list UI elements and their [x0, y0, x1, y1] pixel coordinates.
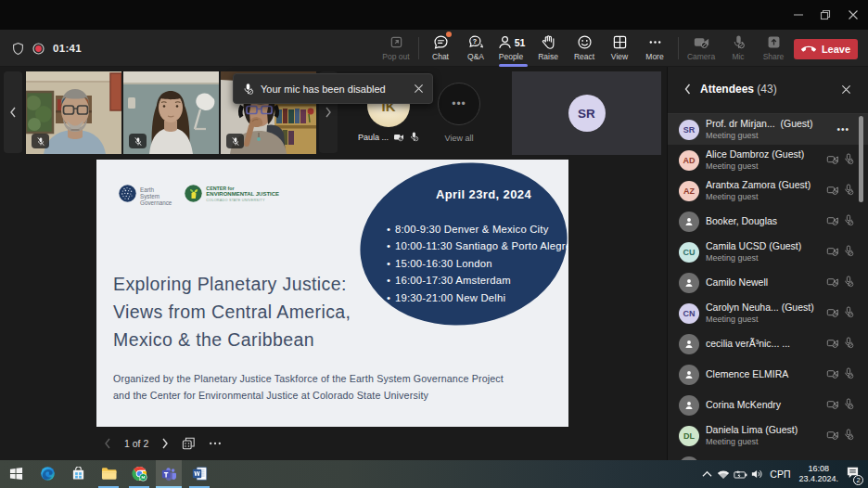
attendee-camera-off-icon: [826, 183, 839, 199]
attendee-row[interactable]: CNCarolyn Neuha... (Guest)Meeting guest: [668, 298, 868, 328]
panel-close-icon[interactable]: [841, 84, 851, 95]
taskbar-chrome-icon[interactable]: [126, 460, 152, 486]
attendee-camera-off-icon: [826, 366, 839, 383]
share-button[interactable]: Share: [755, 32, 792, 65]
taskbar-word-icon[interactable]: [186, 460, 212, 486]
qa-button[interactable]: ? Q&A: [457, 32, 494, 65]
taskbar-explorer-icon[interactable]: [96, 460, 121, 486]
taskbar-store-icon[interactable]: [65, 460, 91, 486]
slide-schedule: •8:00-9:30 Denver & Mexico City•10:00-11…: [387, 221, 568, 306]
attendee-row[interactable]: AZArantxa Zamora (Guest)Meeting guest: [668, 175, 868, 206]
tray-chevron-up-icon[interactable]: [702, 470, 712, 478]
toolbar-separator: [678, 37, 679, 59]
slide-schedule-item: •19:30-21:00 New Delhi: [387, 289, 568, 306]
attendee-row[interactable]: Camilo Newell: [668, 267, 868, 298]
attendee-row[interactable]: SRProf. dr Mirjan... (Guest)Meeting gues…: [668, 114, 868, 145]
video-tile-2[interactable]: [123, 71, 219, 154]
close-button[interactable]: [832, 0, 868, 30]
more-button[interactable]: More: [636, 32, 673, 65]
panel-scrollbar[interactable]: [859, 116, 863, 202]
paula-name: Paula ...: [358, 133, 389, 142]
tray-battery-icon[interactable]: [734, 469, 747, 480]
qa-icon: ?: [468, 33, 484, 51]
toolbar-separator: [418, 37, 419, 59]
tray-clock[interactable]: 16:08 23.4.2024.: [798, 464, 838, 484]
attendees-panel: Attendees (43) SRProf. dr Mirjan... (Gue…: [667, 67, 868, 460]
restore-icon: [820, 9, 831, 20]
strip-prev-button[interactable]: [4, 71, 22, 153]
people-button[interactable]: 51 People: [492, 32, 530, 65]
attendee-row[interactable]: DLDaniela Lima (Guest)Meeting guest: [668, 420, 868, 451]
spotlight-tile[interactable]: SR: [512, 71, 661, 155]
attendee-mic-off-icon: [843, 275, 854, 291]
attendee-role: Meeting guest: [706, 253, 759, 263]
mic-button[interactable]: Mic: [720, 32, 757, 65]
slide-schedule-item: •10:00-11:30 Santiago & Porto Alegre: [387, 238, 568, 254]
popout-button[interactable]: Pop out: [377, 32, 415, 65]
slide-schedule-item: •8:00-9:30 Denver & Mexico City: [387, 221, 568, 238]
view-button[interactable]: View: [601, 32, 638, 65]
view-all-label: View all: [445, 134, 474, 143]
view-all-ellipsis-icon: •••: [438, 83, 480, 125]
attendee-camera-off-icon: [826, 213, 839, 230]
video-tile-1[interactable]: [26, 71, 121, 154]
tray-language[interactable]: СРП: [770, 469, 790, 480]
paula-camera-off-icon: [393, 133, 404, 142]
slide-controls: 1 of 2: [104, 432, 222, 455]
attendee-name: Alice Dambroz (Guest): [706, 148, 831, 160]
attendee-row[interactable]: Booker, Douglas: [668, 206, 868, 237]
leave-button[interactable]: Leave: [794, 39, 858, 59]
popout-icon: [389, 33, 403, 51]
tile-mic-muted-badge: [32, 134, 49, 148]
attendee-row[interactable]: Corina McKendry: [668, 390, 868, 420]
slide-more-icon[interactable]: [209, 438, 222, 449]
attendee-row[interactable]: ADAlice Dambroz (Guest)Meeting guest: [668, 145, 868, 175]
slide-logos: Earth System Governance CENTER for ENVIR…: [119, 185, 279, 206]
attendee-name: Daniela Lima (Guest): [706, 424, 831, 435]
attendee-mic-off-icon: [843, 428, 854, 444]
react-button[interactable]: React: [566, 32, 603, 65]
attendee-row[interactable]: cecilia verÃ³nic... ...: [668, 328, 868, 359]
taskbar-teams-icon[interactable]: [156, 460, 182, 486]
file-explorer-icon: [101, 467, 117, 481]
attendee-mic-off-icon: [843, 244, 854, 261]
tray-notification-button[interactable]: 2: [846, 466, 860, 482]
attendee-av-status-icons: [826, 359, 854, 390]
slide-next-icon[interactable]: [161, 438, 169, 449]
toast-close-icon[interactable]: [414, 83, 424, 94]
view-all-tile[interactable]: ••• View all: [428, 83, 491, 143]
paula-mic-off-icon: [409, 132, 419, 142]
chat-button[interactable]: Chat: [422, 32, 459, 65]
people-icon: 51: [497, 33, 526, 51]
attendee-avatar-initials: AD: [679, 150, 699, 171]
tray-wifi-icon[interactable]: [717, 469, 730, 480]
attendee-row[interactable]: CUCamila UCSD (Guest)Meeting guest: [668, 237, 868, 267]
view-grid-icon: [612, 33, 628, 51]
private-view-icon[interactable]: [182, 437, 196, 450]
attendee-name: Corina McKendry: [706, 399, 831, 410]
slide-prev-icon[interactable]: [104, 438, 111, 449]
attendee-avatar-person-icon: [679, 212, 699, 232]
raise-button[interactable]: Raise: [530, 32, 567, 65]
taskbar-start-button[interactable]: [3, 460, 29, 486]
taskbar-edge-icon[interactable]: [34, 460, 60, 486]
attendee-row[interactable]: Clemence ELMIRA: [668, 359, 868, 390]
store-icon: [71, 467, 85, 481]
tile-mic-muted-badge: [226, 134, 244, 148]
tray-volume-icon[interactable]: [751, 469, 764, 480]
minimize-icon: [793, 9, 804, 20]
attendee-mic-off-icon: [843, 336, 854, 353]
esg-logo: [119, 185, 136, 202]
word-icon: [192, 466, 208, 482]
teams-icon: [161, 466, 177, 482]
panel-back-icon[interactable]: [683, 83, 692, 95]
attendee-avatar-person-icon: [679, 273, 699, 293]
attendee-name: Booker, Douglas: [706, 215, 831, 226]
slide-organizer: Organized by the Planetary Justice Taskf…: [113, 371, 518, 404]
attendee-name: Arantxa Zamora (Guest): [706, 179, 831, 190]
camera-button[interactable]: Camera: [683, 32, 720, 65]
attendee-more-icon[interactable]: •••: [836, 114, 849, 145]
attendee-avatar-initials: CU: [679, 242, 699, 263]
attendee-av-status-icons: [826, 267, 854, 298]
attendee-mic-off-icon: [843, 397, 854, 414]
